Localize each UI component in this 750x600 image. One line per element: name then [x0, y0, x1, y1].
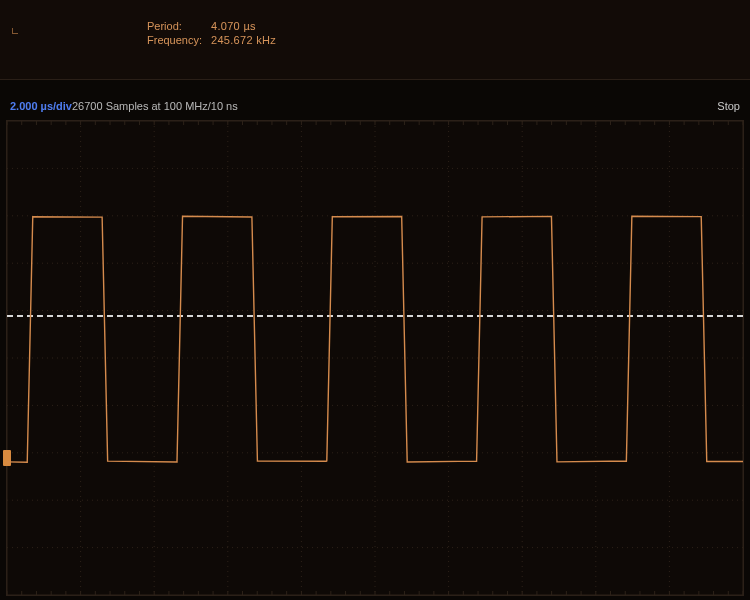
period-value: 4.070 µs — [211, 20, 256, 32]
timebase-readout[interactable]: 2.000 µs/div — [10, 100, 72, 112]
measurement-panel: Period: 4.070 µs Frequency: 245.672 kHz — [0, 0, 750, 80]
period-label: Period: — [147, 20, 203, 32]
measurement-row: Frequency: 245.672 kHz — [147, 34, 276, 46]
sample-info-readout: 26700 Samples at 100 MHz/10 ns — [72, 100, 238, 112]
oscilloscope-window: Period: 4.070 µs Frequency: 245.672 kHz … — [0, 0, 750, 600]
waveform-trace — [7, 121, 743, 595]
frequency-value: 245.672 kHz — [211, 34, 276, 46]
waveform-display[interactable] — [6, 120, 744, 596]
channel-indicator — [12, 28, 18, 34]
run-mode-readout[interactable]: Stop — [717, 100, 740, 112]
measurement-row: Period: 4.070 µs — [147, 20, 256, 32]
timebase-bar: 2.000 µs/div 26700 Samples at 100 MHz/10… — [6, 100, 744, 116]
frequency-label: Frequency: — [147, 34, 203, 46]
